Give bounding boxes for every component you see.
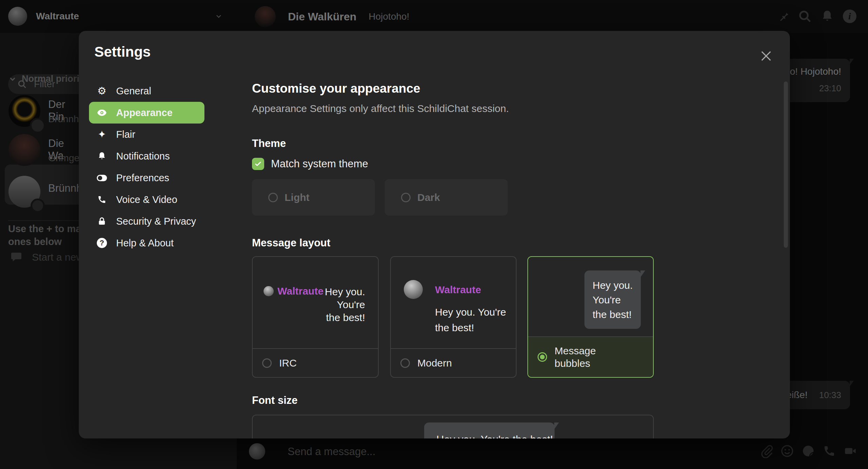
- schildichat-window: Waltraute Die Walküren Hojotoho! i: [0, 0, 868, 469]
- phone-icon: [96, 194, 107, 205]
- sparkle-icon: ✦: [96, 129, 107, 140]
- modern-preview: Waltraute Hey you. You're the best!: [391, 257, 516, 348]
- layout-option-modern[interactable]: Waltraute Hey you. You're the best! Mode…: [390, 256, 517, 378]
- layout-option-bubbles[interactable]: Hey you. You're the best! Message bubble…: [527, 256, 654, 378]
- radio-icon[interactable]: [262, 358, 272, 368]
- settings-tab-voice-video[interactable]: Voice & Video: [89, 189, 204, 210]
- font-size-preview-bubble: Hey you. You're the best!: [424, 423, 555, 438]
- settings-tab-appearance[interactable]: Appearance: [89, 102, 204, 124]
- settings-tab-help[interactable]: ? Help & About: [89, 232, 204, 254]
- sender-avatar: [264, 286, 274, 296]
- layout-option-irc[interactable]: Waltraute Hey you. You're the best! IRC: [252, 256, 379, 378]
- checkbox-checked-icon[interactable]: [252, 158, 264, 170]
- bubbles-preview: Hey you. You're the best!: [528, 257, 653, 336]
- radio-icon[interactable]: [401, 193, 411, 202]
- question-icon: ?: [96, 238, 107, 248]
- radio-icon[interactable]: [400, 358, 410, 368]
- eye-icon: [96, 107, 107, 118]
- message-layout-heading: Message layout: [252, 237, 330, 249]
- theme-heading: Theme: [252, 137, 286, 150]
- radio-icon[interactable]: [268, 193, 278, 202]
- settings-tab-security[interactable]: Security & Privacy: [89, 210, 204, 232]
- settings-tab-general[interactable]: ⚙ General: [89, 80, 204, 102]
- gear-icon: ⚙: [96, 86, 107, 96]
- match-system-theme[interactable]: Match system theme: [252, 158, 368, 170]
- irc-preview: Waltraute Hey you. You're the best!: [253, 257, 378, 348]
- settings-tab-notifications[interactable]: Notifications: [89, 145, 204, 167]
- font-size-card: Hey you. You're the best!: [252, 415, 654, 438]
- lock-icon: [96, 216, 107, 227]
- bell-icon: [96, 151, 107, 162]
- radio-selected-icon[interactable]: [538, 352, 547, 362]
- sender-avatar: [404, 280, 423, 299]
- dialog-title: Settings: [94, 44, 151, 60]
- appearance-heading: Customise your appearance: [252, 81, 420, 96]
- settings-dialog: Settings ⚙ General Appearance ✦ Flair No…: [79, 31, 790, 438]
- settings-tab-flair[interactable]: ✦ Flair: [89, 124, 204, 145]
- font-size-heading: Font size: [252, 394, 297, 407]
- toggle-icon: [96, 172, 107, 183]
- settings-tab-preferences[interactable]: Preferences: [89, 167, 204, 189]
- close-icon[interactable]: [759, 49, 774, 63]
- theme-option-light[interactable]: Light: [252, 179, 375, 215]
- preview-bubble: Hey you. You're the best!: [584, 270, 641, 329]
- appearance-subheading: Appearance Settings only affect this Sch…: [252, 103, 509, 114]
- modal-scrollbar-thumb[interactable]: [784, 81, 788, 248]
- theme-option-dark[interactable]: Dark: [385, 179, 508, 215]
